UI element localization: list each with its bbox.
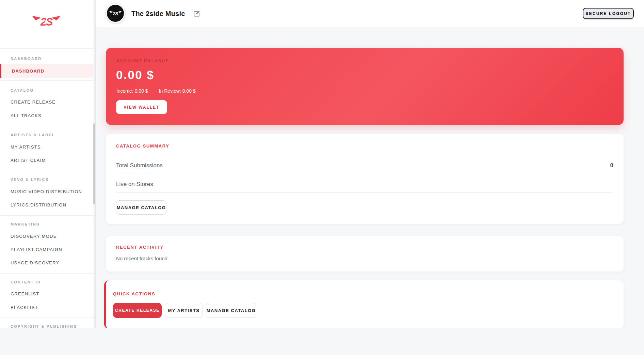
quick-actions-title: QUICK ACTIONS xyxy=(113,291,155,296)
row-divider xyxy=(116,192,613,193)
recent-activity-card: RECENT ACTIVITY No recent tracks found. xyxy=(106,236,624,272)
sidebar-item-discovery-mode[interactable]: DISCOVERY MODE xyxy=(11,234,57,239)
sidebar-item-artist-claim[interactable]: ARTIST CLAIM xyxy=(11,158,46,163)
in-review-value: In Review: 0.00 $ xyxy=(159,88,196,94)
sidebar-divider xyxy=(0,215,93,216)
footer-band xyxy=(0,328,644,355)
balance-amount: 0.00 $ xyxy=(116,68,154,82)
sidebar-section-marketing: MARKETING xyxy=(11,222,40,226)
topbar: 2S The 2side Music SECURE LOGOUT xyxy=(96,0,644,27)
sidebar-divider xyxy=(0,273,93,274)
sidebar-item-create-release[interactable]: CREATE RELEASE xyxy=(11,99,55,105)
secure-logout-button[interactable]: SECURE LOGOUT xyxy=(583,8,634,19)
sidebar-item-playlist-campaign[interactable]: PLAYLIST CAMPAIGN xyxy=(11,247,62,252)
sidebar-item-blacklist[interactable]: BLACKLIST xyxy=(11,305,38,310)
quick-create-release-button[interactable]: CREATE RELEASE xyxy=(113,303,162,318)
account-avatar: 2S xyxy=(106,4,125,23)
view-wallet-button[interactable]: VIEW WALLET xyxy=(116,100,167,114)
quick-actions-card: QUICK ACTIONS CREATE RELEASE MY ARTISTS … xyxy=(104,280,624,329)
sidebar-item-music-video-distribution[interactable]: MUSIC VIDEO DISTRIBUTION xyxy=(11,189,82,194)
sidebar-section-dashboard: DASHBOARD xyxy=(11,57,42,61)
sidebar-divider xyxy=(0,42,93,42)
sidebar-scrollbar-thumb[interactable] xyxy=(93,123,95,204)
manage-catalog-button[interactable]: MANAGE CATALOG xyxy=(116,200,166,215)
balance-label: ACCOUNT BALANCE xyxy=(116,59,169,63)
sidebar-item-my-artists[interactable]: MY ARTISTS xyxy=(11,144,41,150)
sidebar-divider xyxy=(0,80,93,81)
pencil-square-icon[interactable] xyxy=(193,10,200,17)
sidebar-section-catalog: CATALOG xyxy=(11,88,34,92)
sidebar-item-all-tracks[interactable]: ALL TRACKS xyxy=(11,113,42,118)
recent-activity-empty-message: No recent tracks found. xyxy=(116,256,169,261)
sidebar-item-label: DASHBOARD xyxy=(12,68,44,74)
brand-logo-icon: 2S xyxy=(32,15,61,27)
sidebar-divider xyxy=(0,318,93,318)
row-divider xyxy=(116,174,613,174)
sidebar-divider xyxy=(0,171,93,171)
catalog-summary-card: CATALOG SUMMARY Total Submissions 0 Live… xyxy=(106,134,624,224)
sidebar: 2S DASHBOARD DASHBOARD CATALOG CREATE RE… xyxy=(0,0,93,328)
total-submissions-label: Total Submissions xyxy=(116,162,163,169)
quick-manage-catalog-button[interactable]: MANAGE CATALOG xyxy=(206,303,256,318)
live-on-stores-label: Live on Stores xyxy=(116,181,153,188)
income-value: Income: 0.00 $ xyxy=(116,88,148,94)
sidebar-item-lyrics-distribution[interactable]: LYRICS DISTRIBUTION xyxy=(11,202,66,207)
sidebar-item-usage-discovery[interactable]: USAGE DISCOVERY xyxy=(11,260,59,265)
sidebar-divider xyxy=(0,126,93,126)
balance-details: Income: 0.00 $ In Review: 0.00 $ xyxy=(116,88,196,94)
sidebar-section-content-id: CONTENT ID xyxy=(11,280,41,284)
account-name-title: The 2side Music xyxy=(131,0,185,27)
avatar-logo-icon: 2S xyxy=(109,11,122,16)
total-submissions-value: 0 xyxy=(610,162,613,169)
sidebar-item-greenlist[interactable]: GREENLIST xyxy=(11,291,39,296)
sidebar-divider xyxy=(0,48,93,49)
quick-my-artists-button[interactable]: MY ARTISTS xyxy=(165,303,203,318)
recent-activity-title: RECENT ACTIVITY xyxy=(116,245,164,250)
catalog-summary-title: CATALOG SUMMARY xyxy=(116,143,170,149)
sidebar-section-artists-label: ARTISTS & LABEL xyxy=(11,133,55,137)
sidebar-section-vevo-lyrics: VEVO & LYRICS xyxy=(11,178,49,182)
sidebar-item-dashboard[interactable]: DASHBOARD xyxy=(0,64,93,78)
quick-actions-row: CREATE RELEASE MY ARTISTS MANAGE CATALOG xyxy=(113,303,256,318)
account-balance-card: ACCOUNT BALANCE 0.00 $ Income: 0.00 $ In… xyxy=(106,48,624,125)
